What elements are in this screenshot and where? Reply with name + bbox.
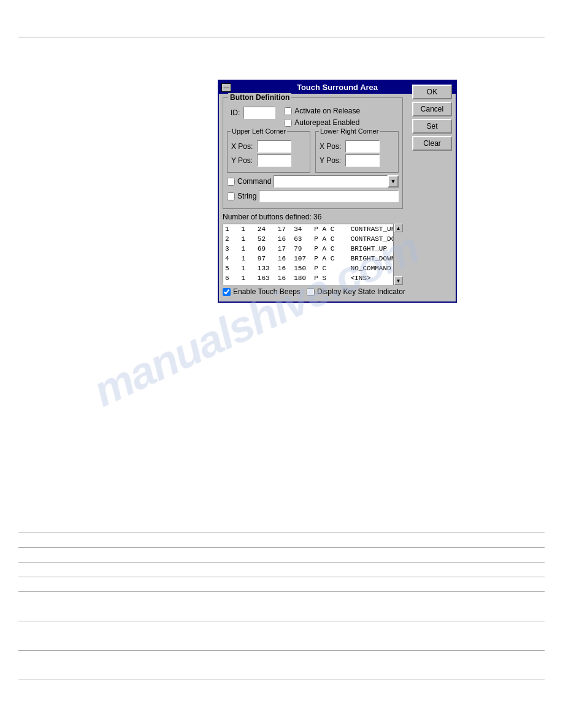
line-3 [18,549,545,563]
command-dropdown-btn[interactable]: ▼ [388,175,399,188]
touch-beeps-label: Enable Touch Beeps [233,287,301,296]
upper-left-y-label: Y Pos: [231,156,255,165]
scroll-down-btn[interactable]: ▼ [394,276,403,285]
line-group-4 [18,662,545,680]
upper-left-x-label: X Pos: [231,142,255,151]
dialog-body: OK Cancel Set Clear Button Definition ID… [219,94,456,301]
lower-right-label: Lower Right Corner [319,127,380,135]
set-button[interactable]: Set [412,119,452,134]
id-row: ID: [227,107,275,119]
line-group-1 [18,520,545,592]
command-select-wrapper: ▼ [274,175,399,188]
clear-button[interactable]: Clear [412,136,452,151]
upper-left-x-input[interactable] [257,140,291,153]
button-definition-group: Button Definition ID: Activate on Releas… [223,97,403,209]
system-menu-icon: — [224,85,229,91]
id-input[interactable] [243,107,275,119]
string-input[interactable] [259,190,399,202]
line-2 [18,534,545,548]
list-item[interactable]: 1 1 24 17 34 P A C CONTRAST_UP [223,224,402,234]
upper-left-y-input[interactable] [257,154,291,167]
ok-button[interactable]: OK [412,85,452,99]
list-item[interactable]: 5 1 133 16 150 P C NO_COMMAND [223,264,402,273]
line-8 [18,662,545,680]
top-rule [18,37,545,37]
dialog-system-menu[interactable]: — [221,83,231,92]
list-item[interactable]: 4 1 97 16 107 P A C BRIGHT_DOWN [223,254,402,264]
line-group-3 [18,632,545,651]
upper-left-x-row: X Pos: [231,140,306,153]
command-row: Command ▼ [227,175,399,188]
button-definition-label: Button Definition [228,93,291,102]
dialog-window: — Touch Surround Area OK Cancel Set Clea… [218,80,457,303]
line-group-2 [18,603,545,621]
buttons-count-row: Number of buttons defined: 36 [223,213,452,221]
list-scrollbar[interactable]: ▲ ▼ [393,224,403,285]
lower-right-x-label: X Pos: [320,142,343,151]
key-state-checkbox[interactable] [307,288,315,296]
activate-on-release-checkbox[interactable] [284,107,292,115]
activate-on-release-label: Activate on Release [294,107,360,115]
bottom-lines [18,520,545,691]
key-state-row: Display Key State Indicator [307,287,405,296]
id-label: ID: [231,108,240,117]
buttons-count-label: Number of buttons defined: [223,213,312,221]
line-4 [18,564,545,577]
buttons-count-value: 36 [313,213,321,221]
lower-right-x-input[interactable] [345,140,380,153]
touch-beeps-row: Enable Touch Beeps [223,287,301,296]
cancel-button[interactable]: Cancel [412,102,452,116]
upper-left-label: Upper Left Corner [231,127,287,135]
lower-right-corner: Lower Right Corner X Pos: Y Pos: [315,131,399,173]
list-item[interactable]: 3 1 69 17 79 P A C BRIGHT_UP [223,244,402,254]
touch-beeps-checkbox[interactable] [223,288,231,296]
line-7 [18,632,545,651]
autorepeat-label: Autorepeat Enabled [294,118,359,127]
dialog-buttons: OK Cancel Set Clear [412,85,452,151]
command-checkbox[interactable] [227,178,235,186]
corner-groups: Upper Left Corner X Pos: Y Pos: Lower Ri… [227,131,399,173]
lower-right-y-label: Y Pos: [320,156,343,165]
string-label: String [237,192,256,200]
activate-on-release-row: Activate on Release [284,107,360,115]
list-item[interactable]: 2 1 52 16 63 P A C CONTRAST_DOWN [223,234,402,244]
command-input[interactable] [274,175,388,188]
autorepeat-checkbox[interactable] [284,119,292,127]
string-checkbox[interactable] [227,192,235,200]
string-row: String [227,190,399,202]
list-item[interactable]: 6 1 163 16 180 P S <INS> [223,273,402,283]
list-area: 1 1 24 17 34 P A C CONTRAST_UP2 1 52 16 … [223,224,403,285]
line-5 [18,578,545,592]
buttons-list[interactable]: 1 1 24 17 34 P A C CONTRAST_UP2 1 52 16 … [223,224,403,285]
autorepeat-row: Autorepeat Enabled [284,118,360,127]
scroll-up-btn[interactable]: ▲ [394,224,403,232]
list-item[interactable]: 7 1 182 16 199 P A S <DEL> [223,283,402,285]
lower-right-x-row: X Pos: [320,140,394,153]
bottom-options: Enable Touch Beeps Display Key State Ind… [223,287,452,298]
lower-right-y-row: Y Pos: [320,154,394,167]
command-label: Command [237,177,271,186]
upper-left-corner: Upper Left Corner X Pos: Y Pos: [227,131,310,173]
line-6 [18,603,545,621]
line-1 [18,520,545,533]
key-state-label: Display Key State Indicator [317,287,405,296]
upper-left-y-row: Y Pos: [231,154,306,167]
lower-right-y-input[interactable] [345,154,380,167]
dialog-title: Touch Surround Area [297,83,378,92]
